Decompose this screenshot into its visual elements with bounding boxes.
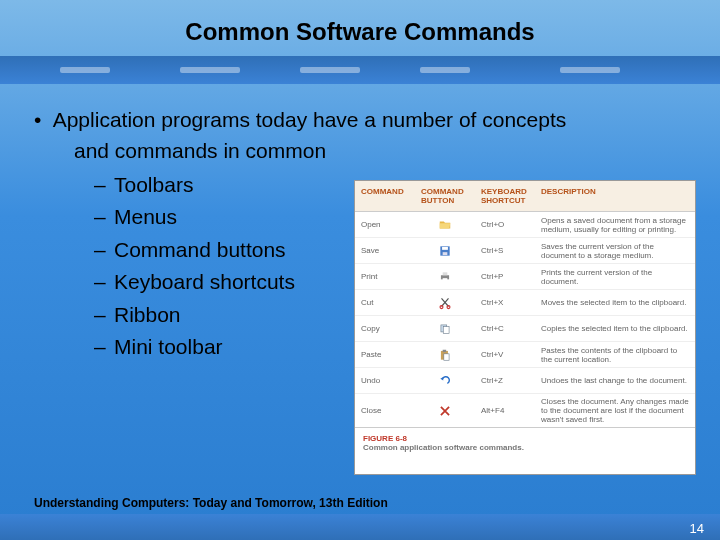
paste-icon <box>415 345 475 365</box>
table-row: Save Ctrl+S Saves the current version of… <box>355 238 695 264</box>
footer-bar <box>0 514 720 540</box>
table-row: Copy Ctrl+C Copies the selected item to … <box>355 316 695 342</box>
svg-rect-9 <box>443 326 449 333</box>
col-command: COMMAND <box>355 181 415 211</box>
cut-icon <box>415 293 475 313</box>
table-row: Print Ctrl+P Prints the current version … <box>355 264 695 290</box>
footer: Understanding Computers: Today and Tomor… <box>0 500 720 540</box>
close-icon <box>415 401 475 421</box>
lead-text-2: and commands in common <box>74 139 326 162</box>
sub-item: –Menus <box>94 201 364 234</box>
open-icon <box>415 215 475 235</box>
svg-rect-5 <box>443 278 448 281</box>
svg-rect-1 <box>442 246 448 249</box>
undo-icon <box>415 371 475 391</box>
sub-item: –Ribbon <box>94 299 364 332</box>
footer-book-title: Understanding Computers: Today and Tomor… <box>34 496 388 510</box>
decorative-stripe <box>0 56 720 84</box>
svg-point-7 <box>447 305 450 308</box>
lead-text-1: Application programs today have a number… <box>53 108 567 131</box>
svg-rect-12 <box>444 353 449 359</box>
copy-icon <box>415 319 475 339</box>
print-icon <box>415 267 475 287</box>
sub-item: –Mini toolbar <box>94 331 364 364</box>
lead-bullet-line: • Application programs today have a numb… <box>34 106 696 133</box>
col-shortcut: KEYBOARD SHORTCUT <box>475 181 535 211</box>
figure-header-row: COMMAND COMMAND BUTTON KEYBOARD SHORTCUT… <box>355 181 695 212</box>
lead-text-2-line: and commands in common <box>34 137 696 164</box>
page-number: 14 <box>690 521 704 536</box>
svg-rect-4 <box>443 272 448 275</box>
sub-item: –Command buttons <box>94 234 364 267</box>
figure-caption-text: Common application software commands. <box>363 443 687 453</box>
figure-caption: FIGURE 6-8 Common application software c… <box>355 428 695 459</box>
svg-rect-11 <box>443 349 447 351</box>
slide-title: Common Software Commands <box>0 18 720 46</box>
svg-point-6 <box>440 305 443 308</box>
table-row: Close Alt+F4 Closes the document. Any ch… <box>355 394 695 428</box>
table-row: Open Ctrl+O Opens a saved document from … <box>355 212 695 238</box>
sub-item: –Toolbars <box>94 169 364 202</box>
figure-panel: COMMAND COMMAND BUTTON KEYBOARD SHORTCUT… <box>354 180 696 475</box>
table-row: Undo Ctrl+Z Undoes the last change to th… <box>355 368 695 394</box>
slide-title-area: Common Software Commands <box>0 0 720 46</box>
table-row: Cut Ctrl+X Moves the selected item to th… <box>355 290 695 316</box>
save-icon <box>415 241 475 261</box>
sub-list: –Toolbars –Menus –Command buttons –Keybo… <box>34 169 364 364</box>
figure-number: FIGURE 6-8 <box>363 434 687 443</box>
col-button: COMMAND BUTTON <box>415 181 475 211</box>
col-description: DESCRIPTION <box>535 181 695 211</box>
bullet-dot: • <box>34 106 48 133</box>
svg-rect-2 <box>443 252 448 255</box>
table-row: Paste Ctrl+V Pastes the contents of the … <box>355 342 695 368</box>
sub-item: –Keyboard shortcuts <box>94 266 364 299</box>
